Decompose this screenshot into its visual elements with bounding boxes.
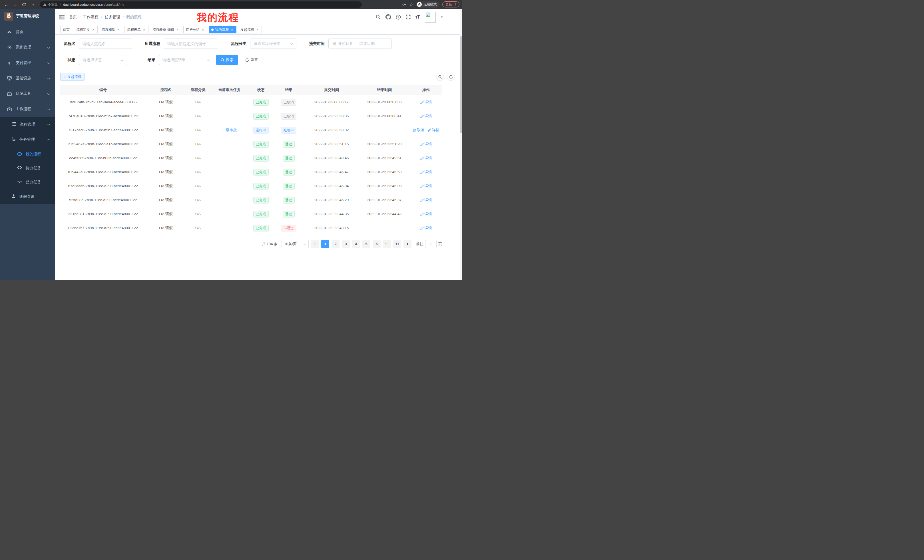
tab-process-model[interactable]: 流程模型×: [99, 26, 123, 33]
breadcrumb-separator: /: [101, 15, 102, 19]
close-icon[interactable]: ×: [201, 28, 205, 31]
table-mini-buttons: [436, 73, 455, 81]
detail-link[interactable]: 详情: [420, 226, 432, 231]
current-task-link[interactable]: 一级审批: [210, 123, 249, 137]
sidebar-item-system[interactable]: 系统管理: [0, 40, 55, 55]
tab-process-definition[interactable]: 流程定义×: [74, 26, 98, 33]
close-icon[interactable]: ×: [230, 28, 234, 31]
start-process-button[interactable]: + 发起流程: [60, 73, 84, 81]
sidebar-item-workflow[interactable]: 工作流程: [0, 101, 55, 117]
tab-home[interactable]: 首页: [60, 26, 72, 33]
browser-update-button[interactable]: 更新 ⋮: [442, 1, 459, 7]
status-select[interactable]: 请选择状态: [79, 55, 127, 65]
page-button-4[interactable]: 4: [352, 240, 360, 248]
sidebar-item-done-tasks[interactable]: 已办任务: [0, 175, 55, 189]
breadcrumb-item[interactable]: 首页: [69, 15, 77, 20]
sidebar-item-infra[interactable]: 基础设施: [0, 70, 55, 86]
search-button[interactable]: 搜索: [216, 55, 238, 65]
page-size-select[interactable]: 10条/页: [282, 240, 309, 248]
sidebar-item-home[interactable]: 首页: [0, 24, 55, 40]
sidebar-item-process-mgmt[interactable]: 流程管理: [0, 117, 55, 132]
prev-page-button[interactable]: [311, 240, 319, 248]
sidebar-item-task-mgmt[interactable]: 任务管理: [0, 132, 55, 147]
app-logo-row[interactable]: 芋道管理系统: [0, 9, 55, 23]
page-button-5[interactable]: 5: [362, 240, 370, 248]
chevron-down-icon: [47, 45, 50, 49]
detail-link[interactable]: 详情: [420, 169, 432, 175]
top-navbar: 首页 / 工作流程 / 任务管理 / 我的流程 我的流程 ?: [55, 9, 460, 25]
detail-link[interactable]: 详情: [420, 156, 432, 161]
browser-home-icon[interactable]: ⌂: [30, 2, 35, 7]
process-name-input[interactable]: [82, 42, 129, 46]
browser-menu-icon[interactable]: ⋮: [454, 3, 457, 7]
page-button-1[interactable]: 1: [321, 240, 329, 248]
detail-link[interactable]: 详情: [420, 184, 432, 189]
warning-triangle-icon: [43, 3, 46, 6]
flow-tree-icon: [12, 137, 16, 142]
close-icon[interactable]: ×: [117, 28, 120, 31]
sidebar-item-my-process[interactable]: 我的流程: [0, 147, 55, 161]
reset-button[interactable]: 重置: [241, 55, 262, 65]
close-icon[interactable]: ×: [142, 28, 146, 31]
table-row: 7317cec6-7b9b-11ec-b5b7-acde48001122OA 请…: [60, 123, 442, 137]
password-key-icon[interactable]: [402, 2, 406, 7]
more-pages-button[interactable]: •••: [383, 240, 391, 248]
result-badge: 通过: [283, 155, 295, 162]
browser-forward-icon[interactable]: →: [13, 2, 18, 7]
sidebar-item-leave-query[interactable]: 请假查询: [0, 189, 55, 204]
page-button-2[interactable]: 2: [332, 240, 339, 248]
edit-icon: [420, 226, 424, 230]
breadcrumb-item[interactable]: 任务管理: [105, 15, 120, 20]
close-icon[interactable]: ×: [176, 28, 179, 31]
scrollbar-thumb[interactable]: [460, 36, 462, 133]
category-select[interactable]: 请选择流程分类: [250, 39, 296, 49]
filter-label-result: 结果: [134, 57, 159, 63]
tab-start-process[interactable]: 发起流程×: [238, 26, 262, 33]
search-icon[interactable]: [376, 15, 381, 19]
bookmark-star-icon[interactable]: ☆: [410, 2, 413, 7]
tab-user-group[interactable]: 用户分组×: [183, 26, 207, 33]
tab-my-process[interactable]: 我的流程×: [209, 26, 236, 33]
date-range-picker[interactable]: 开始日期 - 结束日期: [328, 39, 392, 49]
filter-row-2: 状态 请选择状态 结果 请选择流结果 搜索: [60, 55, 460, 65]
browser-reload-icon[interactable]: [21, 2, 27, 7]
result-select[interactable]: 请选择流结果: [159, 55, 213, 65]
page-button-6[interactable]: 6: [373, 240, 381, 248]
security-warning[interactable]: 不安全: [43, 2, 58, 7]
tab-process-form[interactable]: 流程表单×: [124, 26, 148, 33]
font-size-icon[interactable]: TT: [416, 15, 420, 20]
goto-page-input[interactable]: [425, 240, 436, 248]
github-icon[interactable]: [386, 14, 391, 20]
breadcrumb-item[interactable]: 工作流程: [83, 15, 99, 20]
close-icon[interactable]: ×: [255, 28, 259, 31]
show-search-button[interactable]: [436, 73, 444, 81]
detail-link[interactable]: 详情: [420, 100, 432, 105]
avatar-caret-icon[interactable]: ▼: [441, 16, 443, 18]
detail-link[interactable]: 详情: [428, 127, 440, 133]
address-bar[interactable]: 不安全 dashboard.yudao.iocoder.cn/bpm/task/…: [40, 1, 362, 8]
sidebar-item-payment[interactable]: ¥ 支付管理: [0, 55, 55, 70]
page-button-11[interactable]: 11: [393, 240, 401, 248]
page-scrollbar[interactable]: [460, 9, 462, 280]
page-button-3[interactable]: 3: [342, 240, 350, 248]
process-name-input-wrap: [79, 39, 132, 49]
sidebar-item-devtools[interactable]: 研发工具: [0, 86, 55, 101]
fullscreen-icon[interactable]: [406, 15, 411, 19]
tab-process-form-edit[interactable]: 流程表单-编辑×: [150, 26, 182, 33]
detail-link[interactable]: 详情: [420, 211, 432, 217]
next-page-button[interactable]: [404, 240, 411, 248]
incognito-icon: [417, 2, 422, 7]
close-icon[interactable]: ×: [92, 28, 95, 31]
cancel-link[interactable]: 取消: [412, 127, 424, 133]
detail-link[interactable]: 详情: [420, 142, 432, 147]
browser-back-icon[interactable]: ←: [4, 2, 9, 7]
detail-link[interactable]: 详情: [420, 198, 432, 203]
avatar[interactable]: [425, 12, 436, 22]
refresh-table-button[interactable]: [447, 73, 455, 81]
help-icon[interactable]: ?: [396, 15, 401, 20]
detail-link[interactable]: 详情: [420, 114, 432, 119]
process-definition-input[interactable]: [167, 42, 215, 46]
sidebar-collapse-icon[interactable]: [59, 15, 64, 20]
sidebar-item-todo-tasks[interactable]: 待办任务: [0, 161, 55, 175]
dashboard-icon: [7, 30, 12, 34]
